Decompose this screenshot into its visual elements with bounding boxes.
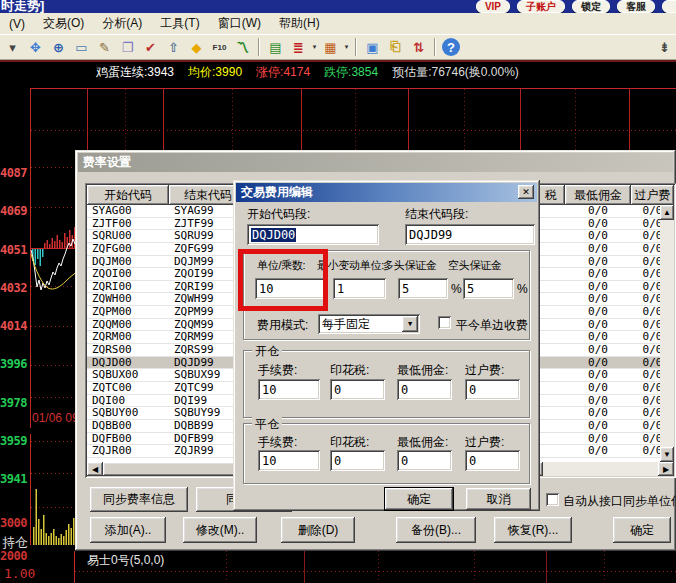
cell-DQFB00-3 [537, 433, 565, 446]
cell-ZJTF00-3 [537, 218, 565, 231]
close-icon[interactable]: ✕ [518, 185, 534, 199]
close-min-comm-value: 0 [401, 454, 408, 468]
table-vscroll-track[interactable] [660, 220, 674, 447]
help-icon[interactable]: ? [442, 38, 460, 56]
sync-arrows-icon[interactable]: ⇅ [408, 37, 429, 57]
rate-dialog-titlebar[interactable]: 费率设置 [78, 153, 673, 172]
col-header-start-code[interactable]: 开始代码 [87, 185, 169, 205]
titlebar: 时走势] VIP子账户锁定客服 [0, 0, 676, 13]
menu-item-3[interactable]: 工具(T) [151, 13, 208, 34]
table-vscroll-down-icon[interactable]: ▼ [660, 447, 674, 462]
scroll-paper-icon[interactable]: ⎗ [385, 37, 406, 57]
close-tax-input[interactable]: 0 [330, 450, 385, 471]
titlebar-button-0[interactable]: VIP [476, 0, 510, 13]
close-fee-input[interactable]: 10 [258, 450, 320, 471]
cell-ZQWH00-3 [537, 293, 565, 306]
price-tick-3978: 3978 [0, 396, 27, 410]
toolbar-separator-11 [258, 38, 260, 56]
status-segment-3: 跌停:3854 [324, 64, 378, 81]
table-hscroll-left-icon[interactable]: ◀ [87, 462, 103, 476]
close-min-comm-input[interactable]: 0 [397, 450, 452, 471]
restore-button[interactable]: 恢复(R)... [494, 517, 572, 543]
red-list-icon[interactable]: ≣ [288, 37, 309, 57]
toolbar-overflow-right-icon[interactable]: ⇟ [654, 37, 675, 57]
cell-ZQRI00-3 [537, 281, 565, 294]
menu-item-0[interactable]: (V) [0, 13, 34, 34]
mini-chart-icon[interactable]: ▤ [265, 37, 286, 57]
col-header-transfer-fee[interactable]: 过户费 [631, 185, 674, 205]
close-group-title: 平仓 [252, 416, 282, 433]
open-fee-input[interactable]: 10 [258, 379, 320, 400]
fee-mode-dropdown-icon[interactable]: ▼ [402, 316, 418, 332]
chart-check-icon[interactable]: ✔ [140, 37, 161, 57]
cell-ZQWH00-4: 0/0 [565, 293, 631, 306]
export-icon[interactable]: ⇧ [163, 37, 184, 57]
ruler-icon[interactable]: ▭ [71, 37, 92, 57]
cell-ZQPM00-0: ZQPM00 [87, 306, 169, 319]
cascade-windows-icon[interactable]: ❐ [117, 37, 138, 57]
fee-edit-dialog: 交易费用编辑 ✕ 开始代码段: DQJD00 结束代码段: DQJD99 单位/… [233, 180, 540, 511]
col-header-min-commission[interactable]: 最低佣金 [565, 185, 631, 205]
long-margin-input[interactable]: 5 [398, 278, 448, 299]
layout-dropdown-icon[interactable]: ▾ [342, 37, 351, 57]
menu-item-1[interactable]: 交易(O) [34, 13, 93, 34]
backup-button[interactable]: 备份(B)... [396, 517, 476, 543]
cell-SYAG00-4: 0/0 [565, 205, 631, 218]
fee-cancel-button[interactable]: 取消 [466, 488, 531, 510]
fee-dialog-titlebar[interactable]: 交易费用编辑 [236, 183, 537, 202]
price-tick-3959: 3959 [0, 434, 27, 448]
titlebar-button-4[interactable] [662, 0, 676, 13]
volume-tick-3000: 3000 [0, 516, 27, 530]
monitor-icon[interactable]: ▣ [362, 37, 383, 57]
cell-ZQTC00-0: ZQTC00 [87, 382, 169, 395]
close-transfer-input[interactable]: 0 [465, 450, 520, 471]
flat-today-checkbox[interactable] [438, 316, 451, 329]
end-code-input[interactable]: DQJD99 [405, 224, 535, 245]
col-header-tax[interactable]: 税 [537, 185, 565, 205]
warning-icon[interactable]: ◆ [186, 37, 207, 57]
min-move-input[interactable]: 1 [333, 278, 386, 299]
cell-DQBB00-3 [537, 420, 565, 433]
open-min-comm-input[interactable]: 0 [397, 379, 452, 400]
titlebar-button-1[interactable]: 子账户 [517, 0, 565, 13]
cell-DQJM00-0: DQJM00 [87, 256, 169, 269]
modify-button[interactable]: 修改(M).. [183, 517, 257, 543]
menu-item-4[interactable]: 窗口(W) [209, 13, 270, 34]
kline-chart-icon[interactable]: 〽 [232, 37, 253, 57]
delete-button[interactable]: 删除(D) [281, 517, 355, 543]
open-tax-label: 印花税: [330, 362, 369, 379]
cell-ZQFG00-3 [537, 243, 565, 256]
f10-info-icon[interactable]: F10 [209, 37, 230, 57]
table-vscroll-up-icon[interactable]: ▲ [660, 205, 674, 220]
menu-item-5[interactable]: 帮助(H) [270, 13, 329, 34]
short-margin-input[interactable]: 5 [463, 278, 514, 299]
auto-sync-checkbox[interactable] [546, 493, 559, 506]
fee-ok-button[interactable]: 确定 [385, 488, 453, 510]
red-list-dropdown-icon[interactable]: ▾ [310, 37, 319, 57]
pan-move-icon[interactable]: ✥ [25, 37, 46, 57]
sync-rate-info-button[interactable]: 同步费率信息 [90, 487, 188, 512]
menu-item-2[interactable]: 分析(A) [93, 13, 151, 34]
open-fee-label: 手续费: [258, 362, 297, 379]
rate-ok-button[interactable]: 确定 [613, 517, 671, 543]
layout-icon[interactable]: ▦ [320, 37, 341, 57]
titlebar-buttons: VIP子账户锁定客服 [476, 0, 676, 13]
start-code-input[interactable]: DQJD00 [247, 224, 379, 245]
open-tax-input[interactable]: 0 [330, 379, 385, 400]
titlebar-button-2[interactable]: 锁定 [572, 0, 610, 13]
cell-ZQJR00-3 [537, 445, 565, 458]
cell-ZQOI00-0: ZQOI00 [87, 268, 169, 281]
table-hscroll-right-icon[interactable]: ▶ [658, 462, 674, 476]
rate-dialog-title: 费率设置 [83, 154, 131, 171]
edit-note-icon[interactable]: ✎ [94, 37, 115, 57]
add-button[interactable]: 添加(A).. [90, 517, 166, 543]
cell-DQI00-0: DQI00 [87, 395, 169, 408]
open-transfer-input[interactable]: 0 [465, 379, 520, 400]
cell-ZQOI00-4: 0/0 [565, 268, 631, 281]
status-segment-0: 鸡蛋连续:3943 [96, 64, 174, 81]
titlebar-button-3[interactable]: 客服 [617, 0, 655, 13]
price-tick-3941: 3941 [0, 472, 27, 486]
zoom-in-icon[interactable]: ⊕ [48, 37, 69, 57]
fee-mode-select[interactable]: 每手固定 ▼ [318, 314, 420, 334]
toolbar-overflow-left-icon[interactable]: ▾ [2, 37, 23, 57]
